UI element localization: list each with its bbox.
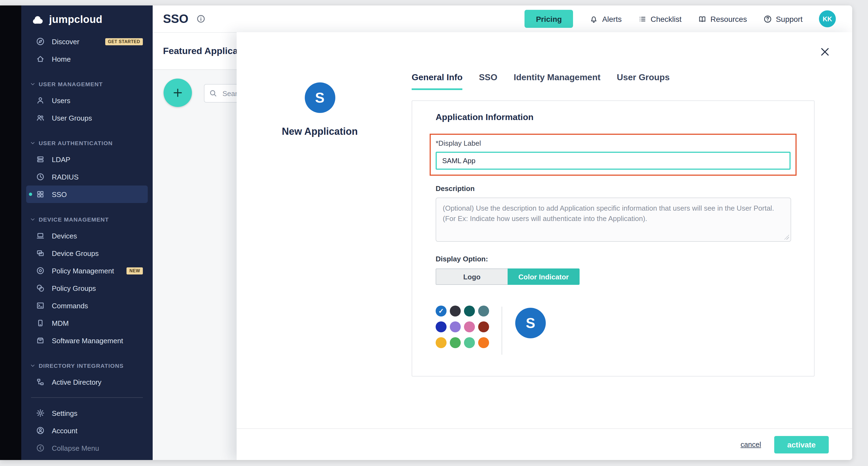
question-icon [763,14,772,23]
color-swatch[interactable] [436,337,446,348]
sidebar-item-account[interactable]: Account [26,422,148,439]
topbar: SSO Pricing Alerts Checklist Resources [153,5,852,33]
sidebar-section-user-management[interactable]: USER MANAGEMENT [21,77,153,92]
checklist-button[interactable]: Checklist [638,14,682,23]
sidebar-item-label: Settings [52,409,78,417]
palette-divider [502,307,502,355]
sidebar-item-devices[interactable]: Devices [26,227,148,244]
display-option-label: Display Option: [436,255,791,264]
close-button[interactable] [819,45,833,58]
pricing-button[interactable]: Pricing [525,10,573,28]
gear-icon [36,409,45,417]
account-icon [36,426,45,435]
sidebar-item-sso[interactable]: SSO [26,185,148,203]
sidebar-item-device-groups[interactable]: Device Groups [26,244,148,262]
modal-footer: cancel activate [237,428,852,460]
get-started-badge: GET STARTED [105,38,143,45]
user-avatar[interactable]: KK [819,10,836,27]
mobile-device-icon [36,319,45,327]
sidebar-item-radius[interactable]: RADIUS [26,168,148,185]
activate-button[interactable]: activate [774,436,829,453]
sidebar-item-settings[interactable]: Settings [26,404,148,422]
resize-handle[interactable] [784,235,789,239]
card-title: Application Information [436,112,791,123]
sidebar-item-discover[interactable]: Discover GET STARTED [26,33,148,50]
sidebar-section-directory-integrations[interactable]: DIRECTORY INTEGRATIONS [21,358,153,373]
color-swatch[interactable]: ✓ [436,305,446,317]
support-label: Support [776,14,803,23]
color-swatch[interactable] [450,337,461,348]
sidebar-section-device-management[interactable]: DEVICE MANAGEMENT [21,212,153,227]
laptop-icon [36,231,45,240]
terminal-icon [36,301,45,310]
chevron-down-icon [30,216,35,222]
display-label-input[interactable] [436,152,790,170]
sidebar-nav: Discover GET STARTED Home USER MANAGEMEN… [21,33,153,457]
color-swatch[interactable] [478,337,489,348]
tab-general-info[interactable]: General Info [412,72,463,90]
sidebar-item-ldap[interactable]: LDAP [26,151,148,168]
color-indicator-option-button[interactable]: Color Indicator [507,268,580,285]
resources-button[interactable]: Resources [698,14,747,23]
application-name: New Application [237,126,403,138]
color-swatch[interactable] [464,305,475,317]
software-box-icon [36,336,45,345]
sidebar-item-label: Devices [52,232,77,240]
sidebar-item-label: User Groups [52,114,92,122]
sidebar-item-label: Device Groups [52,249,99,257]
alerts-button[interactable]: Alerts [590,14,622,23]
app-window: jumpcloud Discover GET STARTED Home USER… [0,5,852,460]
tab-user-groups[interactable]: User Groups [617,72,670,90]
sidebar-item-label: Active Directory [52,378,101,386]
description-field-wrap [436,198,791,242]
sidebar-item-label: LDAP [52,155,70,164]
home-icon [36,55,45,63]
sidebar-item-label: Discover [52,37,79,46]
bell-icon [590,14,598,23]
tab-sso[interactable]: SSO [479,72,498,90]
support-button[interactable]: Support [763,14,803,23]
sidebar-item-active-directory[interactable]: Active Directory [26,373,148,391]
application-icon: S [305,82,335,113]
color-swatch[interactable] [478,305,489,317]
color-swatch[interactable] [478,321,489,332]
clock-icon [36,172,45,181]
close-icon [819,47,830,57]
add-application-button[interactable] [163,79,192,107]
sidebar-divider [31,397,143,398]
checklist-label: Checklist [650,14,682,23]
topbar-actions: Pricing Alerts Checklist Resources Suppo… [525,10,836,28]
sidebar-item-home[interactable]: Home [26,50,148,68]
sidebar-item-policy-management[interactable]: Policy Management NEW [26,262,148,280]
check-icon: ✓ [438,308,444,314]
user-group-icon [36,114,45,122]
sidebar-item-software-management[interactable]: Software Management [26,332,148,349]
sidebar-item-collapse-menu[interactable]: Collapse Menu [26,439,148,457]
color-swatch[interactable] [464,337,475,348]
sidebar-item-label: Users [52,96,70,105]
info-icon[interactable] [196,14,206,24]
new-badge: NEW [127,267,143,274]
sidebar-item-label: Policy Groups [52,284,96,292]
color-swatch[interactable] [436,321,446,332]
sidebar-item-label: SSO [52,190,67,198]
color-swatch[interactable] [464,321,475,332]
sidebar-item-users[interactable]: Users [26,92,148,109]
sidebar-item-label: Collapse Menu [52,444,99,452]
checklist-icon [638,14,647,23]
sidebar-item-commands[interactable]: Commands [26,297,148,314]
tab-identity-management[interactable]: Identity Management [514,72,600,90]
page-title: SSO [163,12,188,26]
sidebar-item-mdm[interactable]: MDM [26,314,148,332]
logo-text: jumpcloud [49,13,102,26]
resources-label: Resources [710,14,747,23]
description-textarea[interactable] [436,198,791,242]
sidebar-item-user-groups[interactable]: User Groups [26,109,148,126]
logo-option-button[interactable]: Logo [436,268,507,285]
sidebar-item-policy-groups[interactable]: Policy Groups [26,280,148,297]
sidebar-section-user-authentication[interactable]: USER AUTHENTICATION [21,135,153,151]
color-swatch[interactable] [450,305,461,317]
cancel-link[interactable]: cancel [741,440,761,448]
color-swatch[interactable] [450,321,461,332]
display-option-toggle: Logo Color Indicator [436,268,791,285]
